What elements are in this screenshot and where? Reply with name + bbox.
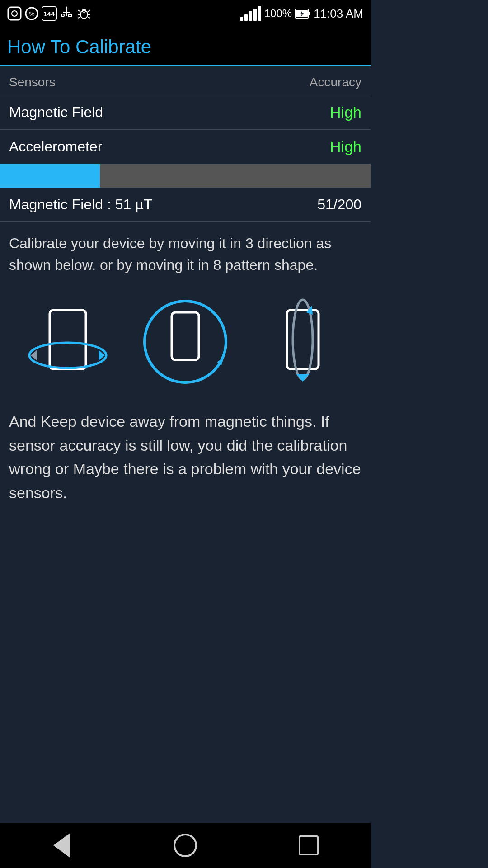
magnetic-field-accuracy: High — [330, 104, 361, 121]
nav-bar — [0, 823, 371, 868]
svg-rect-29 — [52, 315, 84, 364]
magnetic-field-row: Magnetic Field High — [0, 95, 371, 130]
warning-text: And Keep device away from magnetic thing… — [0, 401, 371, 514]
accelerometer-row: Accelerometer High — [0, 130, 371, 164]
svg-rect-19 — [240, 17, 243, 21]
svg-point-8 — [61, 14, 64, 17]
app-header: How To Calibrate — [0, 27, 371, 66]
app-icon — [7, 6, 22, 21]
signal-icon — [239, 5, 262, 22]
field-value-row: Magnetic Field : 51 µT 51/200 — [0, 188, 371, 222]
status-time: 11:03 AM — [314, 7, 363, 21]
svg-rect-20 — [244, 14, 248, 21]
svg-rect-22 — [253, 9, 257, 21]
progress-bar-container — [0, 164, 371, 188]
sensors-table-header: Sensors Accuracy — [0, 66, 371, 95]
number-icon: 144 — [42, 6, 57, 21]
svg-line-13 — [88, 10, 90, 12]
battery-percent: 100% — [264, 7, 292, 20]
status-icons-left: % 144 — [7, 6, 92, 21]
field-count: 51/200 — [317, 196, 361, 213]
percent-icon: % — [24, 6, 39, 21]
svg-marker-40 — [296, 374, 309, 382]
svg-rect-23 — [258, 6, 261, 21]
bug-icon — [76, 6, 92, 21]
home-icon — [174, 834, 197, 857]
svg-point-11 — [80, 10, 88, 19]
sensors-column-label: Sensors — [9, 75, 56, 90]
page-title: How To Calibrate — [7, 36, 363, 58]
circular-rotation-illustration — [140, 292, 230, 392]
usb-icon — [60, 6, 73, 21]
status-bar-right: 100% 11:03 AM — [239, 5, 363, 22]
battery-icon — [295, 7, 311, 20]
svg-line-16 — [78, 17, 80, 18]
back-button[interactable] — [44, 827, 80, 863]
warning-content: And Keep device away from magnetic thing… — [9, 413, 361, 501]
back-icon — [53, 833, 70, 858]
svg-rect-36 — [174, 317, 197, 355]
svg-rect-26 — [309, 12, 310, 15]
vertical-flip-illustration — [258, 292, 348, 392]
field-label: Magnetic Field : 51 µT — [9, 196, 152, 213]
circular-rotation-icon — [140, 292, 230, 392]
progress-bar-fill — [0, 164, 100, 188]
illustration-section — [0, 283, 371, 401]
svg-line-17 — [88, 17, 90, 18]
recent-button[interactable] — [291, 827, 327, 863]
svg-rect-21 — [249, 11, 252, 21]
accuracy-column-label: Accuracy — [310, 75, 361, 90]
home-button[interactable] — [167, 827, 203, 863]
horizontal-spin-icon — [23, 292, 113, 392]
svg-text:%: % — [29, 10, 34, 18]
instruction-text: Calibrate your device by moving it in 3 … — [0, 222, 371, 283]
horizontal-spin-illustration — [23, 292, 113, 392]
instruction-content: Calibrate your device by moving it in 3 … — [9, 235, 331, 273]
status-bar: % 144 — [0, 0, 371, 27]
progress-section — [0, 164, 371, 188]
svg-point-1 — [12, 11, 17, 16]
svg-line-12 — [78, 10, 80, 12]
svg-rect-9 — [69, 14, 71, 17]
svg-marker-10 — [65, 6, 68, 8]
svg-text:144: 144 — [43, 10, 55, 18]
main-content: Sensors Accuracy Magnetic Field High Acc… — [0, 66, 371, 514]
recent-icon — [299, 835, 319, 855]
magnetic-field-name: Magnetic Field — [9, 104, 103, 121]
accelerometer-accuracy: High — [330, 138, 361, 156]
svg-rect-0 — [8, 7, 21, 20]
accelerometer-name: Accelerometer — [9, 138, 102, 155]
vertical-flip-icon — [258, 292, 348, 392]
